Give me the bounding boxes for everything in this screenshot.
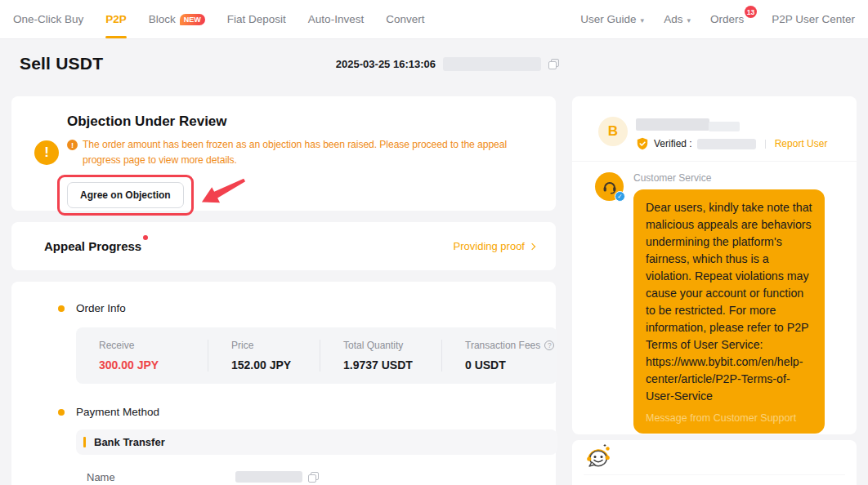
- nav-p2p[interactable]: P2P: [105, 0, 127, 38]
- order-meta: 2025-03-25 16:13:06: [336, 57, 559, 73]
- objection-warning: ! The order amount has been frozen as an…: [67, 137, 536, 168]
- nav-user-guide[interactable]: User Guide ▾: [580, 0, 644, 38]
- page-header: Sell USDT 2025-03-25 16:13:06: [20, 54, 559, 73]
- order-info-section-header: Order Info: [58, 302, 536, 314]
- warning-icon: !: [34, 140, 59, 165]
- nav-auto-invest[interactable]: Auto-Invest: [308, 0, 364, 38]
- order-details-card: Order Info Receive 300.00 JPY Price 152.…: [11, 282, 556, 485]
- order-column: ! Objection Under Review ! The order amo…: [11, 96, 556, 485]
- total-quantity-value: 1.9737 USDT: [343, 358, 441, 372]
- providing-proof-link[interactable]: Providing proof: [454, 240, 535, 252]
- appeal-progress-title: Appeal Progress: [44, 239, 141, 253]
- customer-service-avatar: ✓: [595, 172, 624, 201]
- copy-icon[interactable]: [308, 472, 319, 483]
- customer-service-message: Dear users, kindly take note that malici…: [633, 189, 825, 434]
- verified-row: Verified : Report User: [636, 137, 827, 150]
- chat-card: B Verified :: [572, 96, 857, 434]
- order-field-transaction-fees: Transaction Fees ? 0 USDT: [441, 340, 557, 372]
- method-accent-bar: [83, 437, 86, 447]
- chevron-down-icon: ▾: [641, 16, 645, 24]
- section-bullet-icon: [58, 409, 65, 416]
- notification-dot: [143, 235, 148, 240]
- payment-method-title: Payment Method: [76, 406, 159, 418]
- chevron-right-icon: [529, 243, 535, 250]
- p2p-order-page: One-Click Buy P2P Block NEW Fiat Deposit…: [0, 0, 868, 485]
- nav-convert[interactable]: Convert: [386, 0, 424, 38]
- chevron-down-icon: ▾: [687, 16, 691, 24]
- order-info-title: Order Info: [76, 302, 126, 314]
- warning-icon: !: [67, 140, 78, 150]
- order-field-receive: Receive 300.00 JPY: [76, 340, 208, 372]
- nav-orders[interactable]: Orders 13: [710, 0, 752, 38]
- nav-p2p-user-center[interactable]: P2P User Center: [772, 0, 855, 38]
- objection-card: ! Objection Under Review ! The order amo…: [11, 96, 556, 211]
- order-field-total-quantity: Total Quantity 1.9737 USDT: [320, 340, 441, 372]
- counterparty-header: B Verified :: [572, 96, 857, 162]
- content-columns: ! Objection Under Review ! The order amo…: [11, 96, 857, 485]
- new-badge: NEW: [180, 14, 205, 25]
- appeal-progress-card: Appeal Progress Providing proof: [11, 222, 556, 270]
- payment-method-bar: Bank Transfer: [76, 429, 557, 455]
- objection-title: Objection Under Review: [67, 113, 536, 130]
- verified-badge-icon: ✓: [615, 191, 625, 202]
- customer-service-label: Customer Service: [633, 172, 825, 184]
- message-text: Dear users, kindly take note that malici…: [646, 199, 812, 405]
- order-field-price: Price 152.00 JPY: [208, 340, 320, 372]
- objection-warning-text: The order amount has been frozen as an o…: [83, 137, 536, 168]
- nav-left: One-Click Buy P2P Block NEW Fiat Deposit…: [13, 0, 424, 38]
- name-redacted: [235, 471, 302, 483]
- nav-right: User Guide ▾ Ads ▾ Orders 13 P2P User Ce…: [580, 0, 855, 38]
- nav-ads[interactable]: Ads ▾: [664, 0, 691, 38]
- help-icon[interactable]: ?: [544, 340, 554, 350]
- order-number-redacted: [443, 57, 541, 71]
- copy-icon[interactable]: [548, 59, 559, 69]
- chatbot-card: [572, 440, 857, 485]
- orders-count-badge: 13: [745, 6, 757, 18]
- order-timestamp: 2025-03-25 16:13:06: [336, 58, 436, 70]
- agree-on-objection-button[interactable]: Agree on Objection: [67, 182, 184, 208]
- payment-row-name: Name: [87, 469, 536, 485]
- annotation-arrow-icon: [200, 176, 248, 207]
- section-bullet-icon: [58, 305, 65, 312]
- top-navigation: One-Click Buy P2P Block NEW Fiat Deposit…: [0, 0, 868, 39]
- active-tab-underline: [105, 36, 127, 38]
- divider: [765, 140, 766, 149]
- verified-id-redacted: [697, 139, 756, 149]
- objection-actions: Agree on Objection: [57, 175, 536, 216]
- payment-method-section-header: Payment Method: [58, 406, 536, 418]
- chatbot-icon[interactable]: [584, 443, 613, 472]
- message-footer: Message from Customer Support: [646, 412, 812, 424]
- nav-one-click-buy[interactable]: One-Click Buy: [13, 0, 83, 38]
- report-user-link[interactable]: Report User: [775, 138, 828, 149]
- chat-column: B Verified :: [572, 96, 857, 485]
- page-title: Sell USDT: [20, 54, 103, 73]
- shield-check-icon: [636, 137, 649, 150]
- avatar[interactable]: B: [598, 117, 628, 146]
- counterparty-name-redacted: [636, 118, 827, 131]
- chat-messages: ✓ Customer Service Dear users, kindly ta…: [572, 162, 857, 434]
- annotation-highlight-box: Agree on Objection: [57, 175, 194, 216]
- receive-value: 300.00 JPY: [99, 358, 208, 372]
- headset-icon: [602, 180, 618, 194]
- price-value: 152.00 JPY: [231, 358, 320, 372]
- nav-fiat-deposit[interactable]: Fiat Deposit: [227, 0, 286, 38]
- nav-block[interactable]: Block NEW: [149, 0, 205, 38]
- transaction-fees-value: 0 USDT: [465, 358, 557, 372]
- order-info-box: Receive 300.00 JPY Price 152.00 JPY Tota…: [76, 327, 557, 384]
- payment-method-name: Bank Transfer: [94, 436, 165, 448]
- verified-label: Verified :: [654, 138, 692, 149]
